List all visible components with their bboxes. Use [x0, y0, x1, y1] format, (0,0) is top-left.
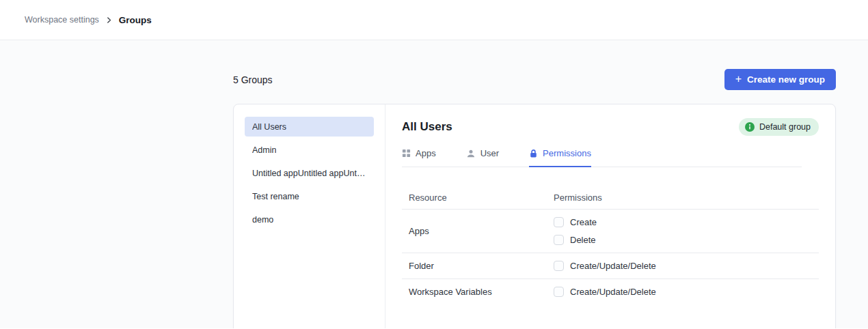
group-detail: All Users Default group [385, 104, 835, 328]
groups-panel: All Users Admin Untitled appUntitled app… [233, 104, 836, 328]
user-icon [466, 149, 476, 158]
group-item-label: Untitled appUntitled appUntitle… [252, 169, 366, 178]
table-header-row: Resource Permissions [402, 186, 819, 210]
group-item-test-rename[interactable]: Test rename [245, 186, 374, 206]
table-row: Workspace Variables Create/Update/Delete [402, 279, 819, 304]
tab-apps-label: Apps [416, 148, 436, 158]
resource-header: Resource [402, 192, 554, 203]
page-content: 5 Groups + Create new group All Users Ad… [0, 40, 868, 328]
apps-grid-icon [402, 149, 411, 158]
group-item-label: Admin [252, 145, 276, 155]
tab-bar: Apps User [402, 148, 802, 167]
default-group-label: Default group [759, 122, 811, 132]
plus-icon: + [735, 74, 742, 85]
permissions-header: Permissions [554, 192, 602, 203]
resource-label: Workspace Variables [402, 287, 554, 297]
create-new-group-button[interactable]: + Create new group [724, 69, 836, 90]
lock-icon [529, 149, 538, 158]
table-row: Folder Create/Update/Delete [402, 253, 819, 279]
breadcrumb-groups: Groups [119, 15, 152, 25]
permissions-table: Resource Permissions Apps Create [402, 186, 819, 304]
group-item-label: All Users [252, 122, 286, 132]
create-new-group-label: Create new group [747, 74, 825, 85]
checkbox-folder-create-update-delete[interactable] [554, 261, 564, 271]
permission-label: Create/Update/Delete [570, 287, 656, 297]
group-list: All Users Admin Untitled appUntitled app… [234, 104, 385, 328]
groups-count: 5 Groups [233, 74, 273, 85]
tab-user-label: User [480, 148, 499, 158]
group-item-label: Test rename [252, 192, 299, 201]
info-icon [745, 122, 755, 132]
breadcrumb-workspace-settings[interactable]: Workspace settings [25, 15, 99, 25]
tab-user[interactable]: User [466, 148, 499, 167]
checkbox-apps-delete[interactable] [554, 235, 564, 245]
resource-label: Folder [402, 261, 554, 271]
checkbox-apps-create[interactable] [554, 217, 564, 227]
permission-label: Delete [570, 235, 596, 245]
group-item-all-users[interactable]: All Users [245, 117, 374, 137]
tab-apps[interactable]: Apps [402, 148, 436, 167]
tab-permissions[interactable]: Permissions [529, 148, 591, 167]
group-item-demo[interactable]: demo [245, 210, 374, 229]
groups-toolbar: 5 Groups + Create new group [233, 40, 836, 90]
tab-permissions-label: Permissions [543, 148, 591, 158]
group-item-label: demo [252, 215, 273, 225]
resource-label: Apps [402, 226, 554, 236]
checkbox-workspace-variables-create-update-delete[interactable] [554, 287, 564, 297]
permission-label: Create/Update/Delete [570, 261, 656, 271]
table-row: Apps Create Delete [402, 210, 819, 253]
permission-label: Create [570, 217, 597, 227]
default-group-badge: Default group [739, 118, 819, 136]
group-item-admin[interactable]: Admin [245, 140, 374, 160]
top-bar: Workspace settings Groups [0, 0, 868, 40]
group-title: All Users [402, 120, 452, 134]
chevron-right-icon [105, 16, 113, 24]
group-item-untitled-app[interactable]: Untitled appUntitled appUntitle… [245, 163, 374, 183]
